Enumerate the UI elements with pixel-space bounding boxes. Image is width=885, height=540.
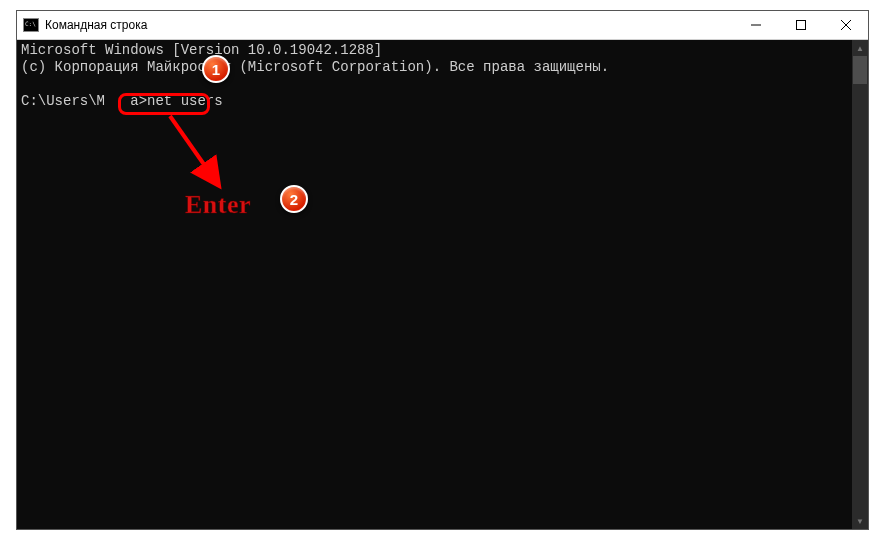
window-title: Командная строка: [45, 18, 733, 32]
scroll-thumb[interactable]: [853, 56, 867, 84]
close-button[interactable]: [823, 11, 868, 39]
scroll-up-arrow[interactable]: ▲: [852, 40, 868, 56]
typed-command: net users: [147, 93, 223, 109]
svg-rect-1: [796, 21, 805, 30]
command-prompt-window: Командная строка Microsoft Windows [Vers…: [16, 10, 869, 530]
terminal-area: Microsoft Windows [Version 10.0.19042.12…: [17, 40, 868, 529]
window-controls: [733, 11, 868, 39]
prompt-suffix: a>: [130, 93, 147, 109]
terminal-line: Microsoft Windows [Version 10.0.19042.12…: [21, 42, 382, 58]
terminal-output[interactable]: Microsoft Windows [Version 10.0.19042.12…: [17, 40, 852, 529]
titlebar[interactable]: Командная строка: [17, 11, 868, 40]
scroll-down-arrow[interactable]: ▼: [852, 513, 868, 529]
maximize-button[interactable]: [778, 11, 823, 39]
prompt-path: C:\Users\M: [21, 93, 105, 109]
vertical-scrollbar[interactable]: ▲ ▼: [852, 40, 868, 529]
prompt-mask: [105, 93, 130, 109]
cmd-icon: [23, 18, 39, 32]
minimize-button[interactable]: [733, 11, 778, 39]
terminal-line: (c) Корпорация Майкрософт (Microsoft Cor…: [21, 59, 609, 75]
